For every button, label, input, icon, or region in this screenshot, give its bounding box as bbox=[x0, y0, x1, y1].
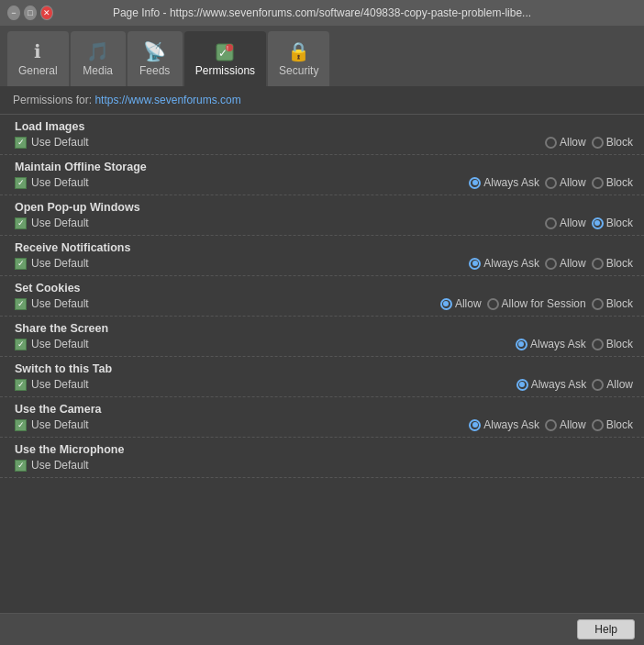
radio-group: Always AskBlock bbox=[516, 338, 633, 350]
permission-item: Maintain Offline Storage✓Use DefaultAlwa… bbox=[0, 155, 644, 195]
use-default-checkbox[interactable]: ✓ bbox=[15, 379, 27, 391]
radio-option[interactable]: Allow bbox=[545, 217, 586, 229]
help-button[interactable]: Help bbox=[577, 619, 635, 639]
use-default-text: Use Default bbox=[31, 176, 89, 189]
permission-row: ✓Use Default bbox=[15, 459, 633, 472]
tab-general[interactable]: ℹ General bbox=[7, 31, 69, 86]
radio-option[interactable]: Always Ask bbox=[516, 378, 587, 391]
radio-option[interactable]: Always Ask bbox=[516, 338, 586, 350]
tab-security[interactable]: 🔒 Security bbox=[268, 31, 329, 86]
permission-title: Share the Screen bbox=[15, 322, 633, 335]
radio-button[interactable] bbox=[545, 419, 557, 431]
radio-button[interactable] bbox=[545, 258, 557, 270]
radio-button[interactable] bbox=[592, 379, 604, 391]
use-default-label[interactable]: ✓Use Default bbox=[15, 217, 89, 229]
use-default-label[interactable]: ✓Use Default bbox=[15, 176, 89, 189]
radio-button[interactable] bbox=[592, 177, 604, 189]
radio-button[interactable] bbox=[469, 419, 481, 431]
radio-option[interactable]: Block bbox=[592, 338, 633, 350]
content-area: Permissions for: https://www.sevenforums… bbox=[0, 86, 644, 613]
radio-option[interactable]: Block bbox=[592, 257, 633, 270]
svg-text:!: ! bbox=[227, 45, 228, 51]
permission-title: Use the Microphone bbox=[15, 443, 633, 456]
feeds-icon: 📡 bbox=[143, 40, 166, 62]
radio-button[interactable] bbox=[592, 137, 604, 149]
radio-option[interactable]: Block bbox=[592, 418, 633, 431]
security-icon: 🔒 bbox=[287, 40, 310, 62]
use-default-checkbox[interactable]: ✓ bbox=[15, 298, 27, 310]
radio-option[interactable]: Block bbox=[592, 297, 633, 310]
radio-button[interactable] bbox=[440, 298, 452, 310]
radio-button[interactable] bbox=[487, 298, 499, 310]
radio-option[interactable]: Always Ask bbox=[469, 418, 539, 431]
radio-button[interactable] bbox=[592, 298, 604, 310]
maximize-button[interactable]: □ bbox=[24, 6, 37, 20]
use-default-label[interactable]: ✓Use Default bbox=[15, 338, 89, 350]
radio-button[interactable] bbox=[592, 258, 604, 270]
radio-group: Always AskAllowBlock bbox=[469, 176, 633, 189]
radio-button[interactable] bbox=[592, 217, 604, 229]
radio-option[interactable]: Allow bbox=[545, 418, 586, 431]
permission-item: Use the Microphone✓Use Default bbox=[0, 438, 644, 478]
use-default-label[interactable]: ✓Use Default bbox=[15, 418, 89, 431]
permissions-url[interactable]: https://www.sevenforums.com bbox=[94, 94, 240, 106]
use-default-checkbox[interactable]: ✓ bbox=[15, 258, 27, 270]
use-default-checkbox[interactable]: ✓ bbox=[15, 137, 27, 149]
use-default-checkbox[interactable]: ✓ bbox=[15, 460, 27, 472]
tab-feeds-label: Feeds bbox=[139, 64, 170, 77]
radio-option[interactable]: Block bbox=[592, 217, 633, 229]
tab-feeds[interactable]: 📡 Feeds bbox=[128, 31, 183, 86]
radio-option[interactable]: Always Ask bbox=[469, 257, 539, 270]
tab-bar: ℹ General 🎵 Media 📡 Feeds ✓ ! Permission… bbox=[0, 26, 644, 86]
permissions-for-bar: Permissions for: https://www.sevenforums… bbox=[0, 86, 644, 115]
use-default-checkbox[interactable]: ✓ bbox=[15, 339, 27, 350]
close-button[interactable]: ✕ bbox=[40, 6, 53, 20]
tab-media-label: Media bbox=[83, 64, 113, 77]
radio-button[interactable] bbox=[516, 339, 527, 350]
radio-option[interactable]: Block bbox=[592, 176, 633, 189]
use-default-text: Use Default bbox=[31, 136, 89, 149]
radio-label: Always Ask bbox=[483, 418, 539, 431]
use-default-text: Use Default bbox=[31, 418, 89, 431]
radio-label: Block bbox=[606, 136, 633, 149]
radio-label: Allow bbox=[560, 136, 586, 149]
use-default-label[interactable]: ✓Use Default bbox=[15, 378, 89, 391]
radio-label: Block bbox=[606, 297, 633, 310]
use-default-checkbox[interactable]: ✓ bbox=[15, 177, 27, 189]
minimize-button[interactable]: − bbox=[7, 6, 20, 20]
radio-option[interactable]: Allow bbox=[592, 378, 633, 391]
radio-button[interactable] bbox=[545, 217, 557, 229]
radio-option[interactable]: Allow bbox=[545, 257, 586, 270]
radio-button[interactable] bbox=[545, 137, 557, 149]
radio-option[interactable]: Allow for Session bbox=[487, 297, 586, 310]
radio-option[interactable]: Block bbox=[592, 136, 633, 149]
tab-media[interactable]: 🎵 Media bbox=[71, 31, 126, 86]
window: − □ ✕ Page Info - https://www.sevenforum… bbox=[0, 0, 644, 645]
radio-button[interactable] bbox=[592, 419, 604, 431]
permission-title: Receive Notifications bbox=[15, 241, 633, 254]
radio-button[interactable] bbox=[516, 379, 528, 391]
permission-title: Load Images bbox=[15, 120, 633, 133]
use-default-label[interactable]: ✓Use Default bbox=[15, 297, 89, 310]
use-default-checkbox[interactable]: ✓ bbox=[15, 217, 27, 229]
use-default-label[interactable]: ✓Use Default bbox=[15, 257, 89, 270]
radio-button[interactable] bbox=[592, 339, 604, 350]
radio-option[interactable]: Allow bbox=[545, 176, 586, 189]
tab-permissions[interactable]: ✓ ! Permissions bbox=[184, 31, 266, 86]
tab-permissions-label: Permissions bbox=[195, 64, 255, 77]
radio-button[interactable] bbox=[545, 177, 557, 189]
radio-option[interactable]: Allow bbox=[440, 297, 482, 310]
use-default-label[interactable]: ✓Use Default bbox=[15, 459, 89, 472]
radio-group: Always AskAllowBlock bbox=[469, 418, 633, 431]
radio-label: Allow bbox=[560, 418, 586, 431]
titlebar: − □ ✕ Page Info - https://www.sevenforum… bbox=[0, 0, 644, 26]
permissions-icon: ✓ ! bbox=[215, 40, 235, 62]
radio-option[interactable]: Allow bbox=[545, 136, 586, 149]
radio-option[interactable]: Always Ask bbox=[469, 176, 539, 189]
use-default-checkbox[interactable]: ✓ bbox=[15, 419, 27, 431]
use-default-label[interactable]: ✓Use Default bbox=[15, 136, 89, 149]
radio-button[interactable] bbox=[469, 258, 481, 270]
use-default-text: Use Default bbox=[31, 217, 89, 229]
radio-group: AllowAllow for SessionBlock bbox=[440, 297, 633, 310]
radio-button[interactable] bbox=[469, 177, 481, 189]
